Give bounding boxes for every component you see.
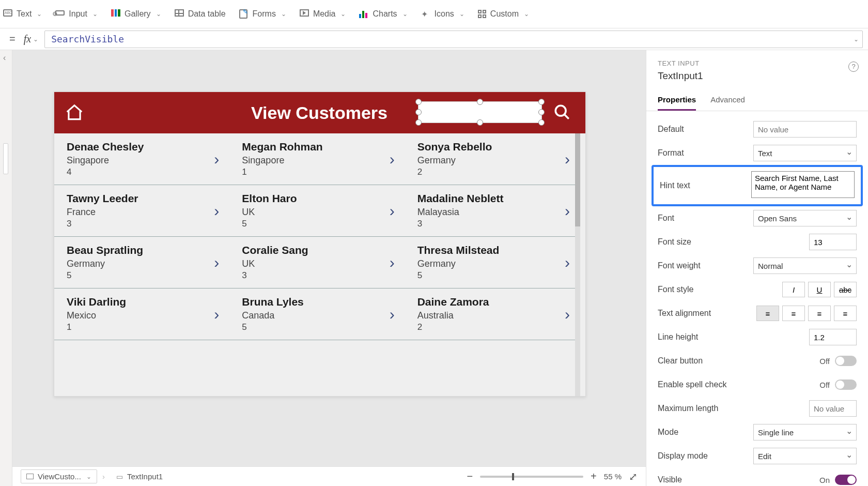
breadcrumb-control-label: TextInput1	[127, 472, 163, 481]
breadcrumb-screen-label: ViewCusto...	[38, 472, 81, 481]
app-screen: View Customers Denae Chesley Singapore 4…	[54, 92, 586, 397]
prop-lineheight-input[interactable]	[809, 329, 857, 345]
ribbon-datatable-label: Data table	[188, 9, 226, 19]
gallery-item[interactable]: Thresa Milstead Germany 5 ›	[405, 237, 580, 288]
ribbon-custom[interactable]: Custom⌄	[478, 9, 529, 19]
align-center-button[interactable]: ≡	[782, 306, 805, 321]
italic-button[interactable]: I	[782, 282, 805, 297]
chevron-right-icon[interactable]: ›	[390, 254, 395, 271]
align-right-button[interactable]: ≡	[808, 306, 831, 321]
gallery-item[interactable]: Sonya Rebello Germany 2 ›	[405, 133, 580, 185]
breadcrumb-screen[interactable]: ViewCusto... ⌄	[21, 469, 97, 483]
prop-spell-state: Off	[819, 381, 830, 389]
canvas[interactable]: View Customers Denae Chesley Singapore 4…	[12, 50, 646, 486]
scrollbar[interactable]	[575, 133, 580, 396]
search-icon[interactable]	[553, 103, 571, 121]
ribbon-media[interactable]: Media⌄	[300, 9, 346, 19]
align-left-button[interactable]: ≡	[756, 306, 779, 321]
prop-spell-toggle[interactable]	[835, 379, 857, 390]
zoom-in-button[interactable]: +	[591, 470, 597, 482]
ribbon-charts[interactable]: Charts⌄	[359, 9, 407, 19]
breadcrumb-control[interactable]: ▭ TextInput1	[116, 472, 163, 481]
underline-button[interactable]: U	[808, 282, 831, 297]
gallery-item[interactable]: Bruna Lyles Canada 5 ›	[229, 288, 405, 340]
chevron-right-icon[interactable]: ›	[565, 254, 570, 271]
screen-icon	[26, 474, 34, 479]
chevron-right-icon[interactable]: ›	[565, 306, 570, 323]
prop-clear-toggle[interactable]	[835, 356, 857, 366]
chevron-right-icon[interactable]: ›	[390, 202, 395, 220]
ribbon-gallery[interactable]: Gallery⌄	[111, 9, 161, 19]
strike-button[interactable]: abc	[834, 282, 857, 297]
gallery-item[interactable]: Tawny Leeder France 3 ›	[54, 185, 229, 236]
customer-name: Beau Spratling	[67, 244, 214, 256]
chevron-right-icon[interactable]: ›	[390, 306, 395, 323]
prop-visible-state: On	[819, 476, 830, 484]
gallery-item[interactable]: Megan Rohman Singapore 1 ›	[229, 133, 405, 185]
tab-properties[interactable]: Properties	[658, 91, 696, 111]
chevron-down-icon[interactable]: ⌄	[33, 36, 38, 43]
prop-maxlen-input[interactable]	[809, 400, 857, 417]
prop-display-select[interactable]	[753, 448, 857, 464]
customer-name: Megan Rohman	[242, 141, 389, 153]
tree-view-rail[interactable]	[0, 50, 12, 486]
customer-gallery[interactable]: Denae Chesley Singapore 4 › Megan Rohman…	[54, 133, 580, 396]
prop-fontsize-input[interactable]	[809, 234, 857, 250]
customer-name: Viki Darling	[67, 296, 214, 308]
app-header: View Customers	[54, 92, 585, 133]
ribbon-input[interactable]: ⚙ Input⌄	[55, 9, 98, 19]
formula-input[interactable]	[44, 31, 863, 48]
zoom-slider[interactable]	[480, 476, 583, 478]
prop-font-select[interactable]	[753, 210, 857, 226]
prop-format-select[interactable]	[753, 145, 857, 161]
gallery-item[interactable]: Elton Haro UK 5 ›	[229, 185, 405, 236]
customer-country: Canada	[242, 310, 389, 321]
selected-textinput[interactable]	[418, 101, 542, 123]
customer-number: 4	[67, 167, 214, 177]
prop-fontweight-select[interactable]	[753, 257, 857, 274]
gallery-item[interactable]: Beau Spratling Germany 5 ›	[54, 237, 229, 288]
chevron-down-icon: ⌄	[281, 10, 286, 18]
ribbon-icons[interactable]: ✦ Icons⌄	[421, 9, 464, 19]
zoom-out-button[interactable]: −	[467, 470, 473, 482]
fx-icon[interactable]: fx	[24, 33, 31, 45]
customer-number: 5	[67, 270, 214, 281]
expand-formula-icon[interactable]: ⌄	[854, 36, 859, 43]
help-icon[interactable]: ?	[848, 62, 859, 72]
chevron-right-icon[interactable]: ›	[565, 150, 570, 168]
gallery-item[interactable]: Coralie Sang UK 3 ›	[229, 237, 405, 288]
align-justify-button[interactable]: ≡	[834, 306, 857, 321]
chevron-down-icon: ⌄	[524, 10, 529, 18]
chevron-right-icon[interactable]: ›	[390, 150, 395, 168]
gallery-row: Tawny Leeder France 3 › Elton Haro UK 5 …	[54, 185, 580, 237]
ribbon-datatable[interactable]: Data table	[175, 9, 226, 19]
prop-hinttext-input[interactable]	[751, 171, 855, 198]
gallery-item[interactable]: Daine Zamora Australia 2 ›	[405, 288, 580, 340]
chevron-right-icon[interactable]: ›	[214, 202, 219, 220]
prop-display-label: Display mode	[658, 451, 753, 461]
customer-number: 5	[417, 270, 565, 281]
customer-country: UK	[242, 259, 389, 269]
chevron-right-icon[interactable]: ›	[214, 306, 219, 323]
gallery-item[interactable]: Viki Darling Mexico 1 ›	[54, 288, 229, 340]
prop-default-input[interactable]	[753, 121, 857, 138]
chevron-right-icon[interactable]: ›	[214, 150, 219, 168]
gallery-item[interactable]: Denae Chesley Singapore 4 ›	[54, 133, 229, 185]
ribbon-media-label: Media	[313, 9, 336, 19]
ribbon-forms[interactable]: Forms⌄	[239, 9, 286, 19]
customer-country: Mexico	[67, 310, 214, 321]
gallery-item[interactable]: Madaline Neblett Malayasia 3 ›	[405, 185, 580, 236]
ribbon-text[interactable]: Text⌄	[3, 9, 42, 19]
prop-default-label: Default	[658, 125, 753, 134]
tab-advanced[interactable]: Advanced	[710, 91, 745, 111]
fit-to-window-button[interactable]: ⤢	[629, 470, 638, 483]
prop-mode-select[interactable]	[753, 424, 857, 441]
chevron-right-icon[interactable]: ›	[565, 202, 570, 220]
customer-number: 5	[242, 219, 389, 229]
chevron-right-icon[interactable]: ›	[214, 254, 219, 271]
chevron-down-icon: ⌄	[340, 10, 346, 18]
prop-visible-toggle[interactable]	[835, 475, 857, 485]
ribbon-icons-label: Icons	[435, 9, 454, 19]
customer-number: 1	[67, 322, 214, 332]
gallery-icon	[111, 9, 120, 19]
